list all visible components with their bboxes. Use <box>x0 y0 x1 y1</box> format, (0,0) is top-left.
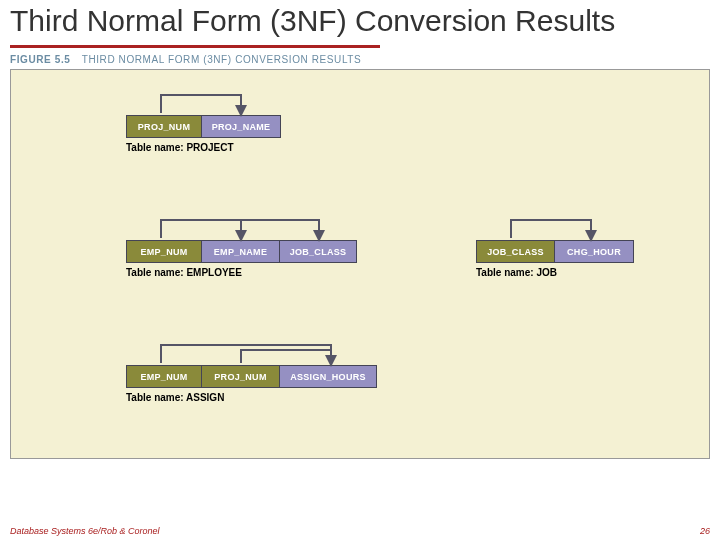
label-project: Table name: PROJECT <box>126 142 281 153</box>
table-project: PROJ_NUM PROJ_NAME Table name: PROJECT <box>126 115 281 153</box>
figure-caption: FIGURE 5.5 THIRD NORMAL FORM (3NF) CONVE… <box>10 52 710 69</box>
col-job-class: JOB_CLASS <box>476 240 554 263</box>
col-chg-hour: CHG_HOUR <box>554 240 634 263</box>
footer: Database Systems 6e/Rob & Coronel 26 <box>10 526 710 536</box>
label-assign: Table name: ASSIGN <box>126 392 377 403</box>
label-job: Table name: JOB <box>476 267 634 278</box>
col-proj-num: PROJ_NUM <box>126 115 201 138</box>
label-employee: Table name: EMPLOYEE <box>126 267 357 278</box>
footer-left: Database Systems 6e/Rob & Coronel <box>10 526 160 536</box>
diagram-box: PROJ_NUM PROJ_NAME Table name: PROJECT E… <box>10 69 710 459</box>
figure-number: FIGURE 5.5 <box>10 54 70 65</box>
table-assign: EMP_NUM PROJ_NUM ASSIGN_HOURS Table name… <box>126 365 377 403</box>
col-assign-proj-num: PROJ_NUM <box>201 365 279 388</box>
slide-title: Third Normal Form (3NF) Conversion Resul… <box>0 0 720 45</box>
title-underline <box>10 45 380 48</box>
col-proj-name: PROJ_NAME <box>201 115 281 138</box>
col-assign-hours: ASSIGN_HOURS <box>279 365 377 388</box>
table-employee: EMP_NUM EMP_NAME JOB_CLASS Table name: E… <box>126 240 357 278</box>
table-job: JOB_CLASS CHG_HOUR Table name: JOB <box>476 240 634 278</box>
col-job-class-emp: JOB_CLASS <box>279 240 357 263</box>
figure-caption-text: THIRD NORMAL FORM (3NF) CONVERSION RESUL… <box>82 54 362 65</box>
col-emp-name: EMP_NAME <box>201 240 279 263</box>
figure-wrap: FIGURE 5.5 THIRD NORMAL FORM (3NF) CONVE… <box>10 52 710 459</box>
col-emp-num: EMP_NUM <box>126 240 201 263</box>
col-assign-emp-num: EMP_NUM <box>126 365 201 388</box>
footer-page: 26 <box>700 526 710 536</box>
